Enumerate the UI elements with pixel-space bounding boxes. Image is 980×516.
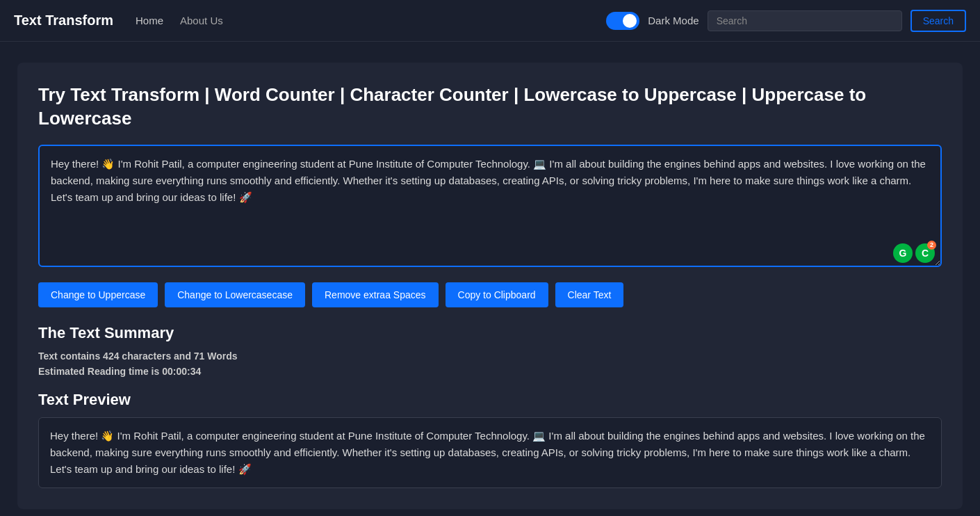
toggle-thumb [623,14,637,28]
uppercase-button[interactable]: Change to Uppercase [38,282,158,307]
grammarly-icon-g: G [893,243,913,263]
preview-title: Text Preview [38,391,942,409]
toggle-track[interactable] [606,12,639,30]
main-textarea[interactable] [38,145,942,267]
copy-clipboard-button[interactable]: Copy to Clipboard [446,282,548,307]
main-card: Try Text Transform | Word Counter | Char… [17,63,963,509]
grammarly-icons: G C 2 [893,243,935,263]
grammarly-badge: 2 [927,241,936,250]
nav-link-home[interactable]: Home [136,15,163,26]
clear-text-button[interactable]: Clear Text [555,282,624,307]
summary-title: The Text Summary [38,324,942,342]
page-title: Try Text Transform | Word Counter | Char… [38,83,942,131]
lowercase-button[interactable]: Change to Lowercasecase [165,282,305,307]
chars-words-stat: Text contains 424 characters and 71 Word… [38,350,942,362]
reading-time-stat: Estimated Reading time is 00:00:34 [38,366,942,377]
search-button[interactable]: Search [910,10,966,32]
nav-link-about[interactable]: About Us [180,15,223,26]
grammarly-icon-c: C 2 [915,243,935,263]
textarea-wrapper: G C 2 [38,145,942,270]
main-content: Try Text Transform | Word Counter | Char… [0,42,980,516]
dark-mode-toggle[interactable] [606,12,639,30]
navbar-right: Dark Mode Search [606,10,966,32]
preview-text: Hey there! 👋 I'm Rohit Patil, a computer… [50,430,925,475]
search-input[interactable] [708,10,902,31]
dark-mode-label: Dark Mode [648,15,699,26]
brand-logo[interactable]: Text Transform [14,13,113,29]
navbar: Text Transform Home About Us Dark Mode S… [0,0,980,42]
remove-spaces-button[interactable]: Remove extraa Spaces [312,282,439,307]
action-buttons-row: Change to Uppercase Change to Lowercasec… [38,282,942,307]
text-preview-box: Hey there! 👋 I'm Rohit Patil, a computer… [38,417,942,488]
